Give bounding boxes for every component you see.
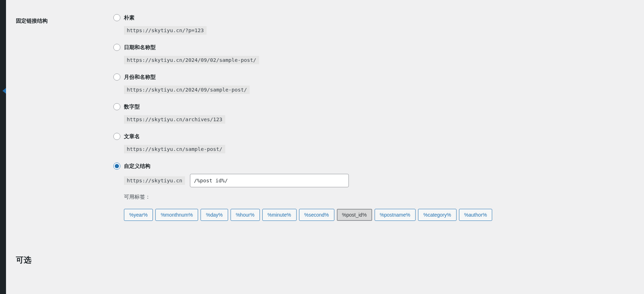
option-postname: 文章名 https://skytiyu.cn/sample-post/ bbox=[113, 133, 634, 153]
radio-plain[interactable] bbox=[113, 14, 120, 21]
tag-second[interactable]: %second% bbox=[299, 209, 334, 221]
tag-year[interactable]: %year% bbox=[124, 209, 153, 221]
custom-structure-input[interactable] bbox=[190, 174, 349, 187]
radio-numeric[interactable] bbox=[113, 103, 120, 110]
tag-day[interactable]: %day% bbox=[201, 209, 228, 221]
option-postname-label: 文章名 bbox=[124, 133, 140, 140]
option-day-name-label: 日期和名称型 bbox=[124, 44, 156, 51]
option-plain-example: https://skytiyu.cn/?p=123 bbox=[124, 26, 207, 35]
option-numeric-example: https://skytiyu.cn/archives/123 bbox=[124, 115, 225, 124]
option-day-name: 日期和名称型 https://skytiyu.cn/2024/09/02/sam… bbox=[113, 44, 634, 64]
option-numeric: 数字型 https://skytiyu.cn/archives/123 bbox=[113, 103, 634, 124]
option-day-name-example: https://skytiyu.cn/2024/09/02/sample-pos… bbox=[124, 56, 259, 64]
option-numeric-label: 数字型 bbox=[124, 104, 140, 110]
radio-postname[interactable] bbox=[113, 133, 120, 140]
tag-monthnum[interactable]: %monthnum% bbox=[155, 209, 198, 221]
available-tags-row: %year% %monthnum% %day% %hour% %minute% … bbox=[124, 209, 634, 221]
radio-month-name[interactable] bbox=[113, 74, 120, 81]
option-plain: 朴素 https://skytiyu.cn/?p=123 bbox=[113, 14, 634, 35]
permalink-structure-heading: 固定链接结构 bbox=[16, 14, 113, 24]
tag-post-id[interactable]: %post_id% bbox=[337, 209, 372, 221]
tag-category[interactable]: %category% bbox=[418, 209, 457, 221]
option-custom-label: 自定义结构 bbox=[124, 163, 150, 170]
option-custom: 自定义结构 https://skytiyu.cn 可用标签： %year% %m… bbox=[113, 163, 634, 221]
custom-prefix: https://skytiyu.cn bbox=[124, 176, 185, 185]
available-tags-label: 可用标签： bbox=[124, 194, 634, 200]
optional-section-heading: 可选 bbox=[16, 255, 634, 265]
tag-postname[interactable]: %postname% bbox=[375, 209, 416, 221]
settings-content: 固定链接结构 朴素 https://skytiyu.cn/?p=123 日期和名… bbox=[6, 0, 644, 294]
option-plain-label: 朴素 bbox=[124, 14, 135, 21]
option-postname-example: https://skytiyu.cn/sample-post/ bbox=[124, 145, 225, 153]
tag-author[interactable]: %author% bbox=[459, 209, 493, 221]
active-menu-indicator bbox=[2, 88, 6, 94]
admin-sidebar-strip bbox=[0, 0, 6, 294]
option-month-name-example: https://skytiyu.cn/2024/09/sample-post/ bbox=[124, 86, 250, 94]
radio-custom[interactable] bbox=[113, 163, 120, 170]
tag-minute[interactable]: %minute% bbox=[262, 209, 297, 221]
radio-day-name[interactable] bbox=[113, 44, 120, 51]
option-month-name-label: 月份和名称型 bbox=[124, 74, 156, 81]
tag-hour[interactable]: %hour% bbox=[231, 209, 260, 221]
option-month-name: 月份和名称型 https://skytiyu.cn/2024/09/sample… bbox=[113, 74, 634, 94]
